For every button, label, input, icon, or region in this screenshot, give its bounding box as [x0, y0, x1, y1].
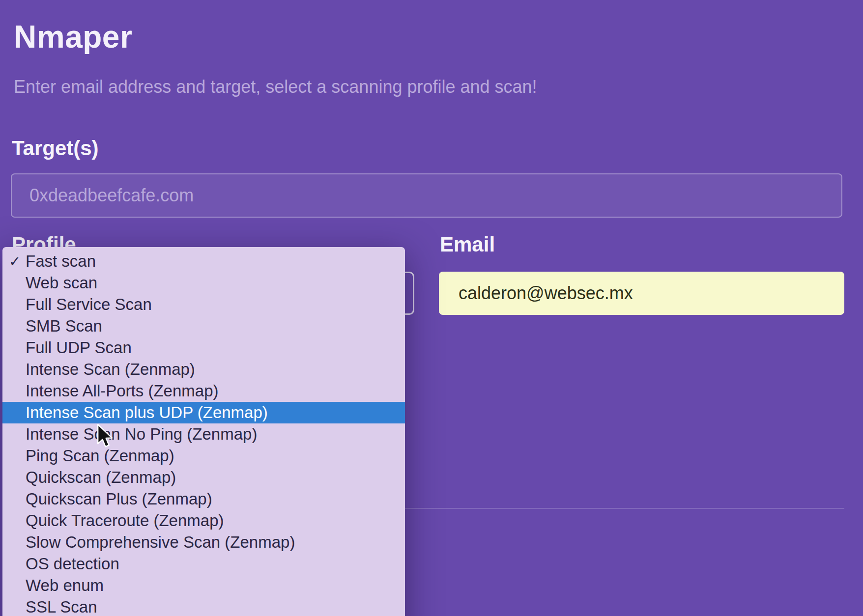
dropdown-option[interactable]: Web scan	[2, 272, 405, 294]
dropdown-option-label: Intense Scan No Ping (Zenmap)	[26, 425, 257, 443]
dropdown-option-label: Ping Scan (Zenmap)	[26, 447, 174, 465]
email-label: Email	[440, 233, 495, 256]
mouse-cursor-icon	[96, 423, 115, 449]
dropdown-option-label: Quickscan (Zenmap)	[26, 468, 176, 486]
dropdown-option[interactable]: Quickscan (Zenmap)	[2, 467, 405, 488]
page-title: Nmaper	[14, 19, 132, 55]
dropdown-option-label: Fast scan	[26, 252, 96, 270]
dropdown-option-label: OS detection	[26, 555, 119, 573]
profile-dropdown-menu: ✓ Fast scan Web scan Full Service Scan S…	[2, 247, 405, 616]
dropdown-option-label: Full Service Scan	[26, 295, 152, 313]
dropdown-option[interactable]: Intense All-Ports (Zenmap)	[2, 380, 405, 402]
dropdown-option-label: Intense Scan (Zenmap)	[26, 360, 195, 378]
dropdown-option[interactable]: Intense Scan plus UDP (Zenmap)	[2, 402, 405, 423]
dropdown-option[interactable]: Quick Traceroute (Zenmap)	[2, 510, 405, 532]
dropdown-option[interactable]: Intense Scan No Ping (Zenmap)	[2, 423, 405, 445]
dropdown-option[interactable]: Quickscan Plus (Zenmap)	[2, 488, 405, 510]
dropdown-option[interactable]: SMB Scan	[2, 315, 405, 337]
dropdown-option[interactable]: OS detection	[2, 553, 405, 575]
dropdown-option[interactable]: Full UDP Scan	[2, 337, 405, 359]
dropdown-option[interactable]: ✓ Fast scan	[2, 251, 405, 272]
target-input[interactable]	[11, 173, 842, 218]
dropdown-option-label: Intense All-Ports (Zenmap)	[26, 382, 219, 400]
dropdown-option-label: Intense Scan plus UDP (Zenmap)	[26, 403, 268, 421]
dropdown-option-label: SMB Scan	[26, 317, 102, 335]
target-label: Target(s)	[12, 137, 99, 160]
page-background: Nmaper Enter email address and target, s…	[0, 0, 863, 616]
page-subtitle: Enter email address and target, select a…	[14, 77, 537, 97]
dropdown-option-label: Full UDP Scan	[26, 338, 132, 357]
dropdown-option[interactable]: SSL Scan	[2, 596, 405, 616]
dropdown-option[interactable]: Full Service Scan	[2, 294, 405, 315]
dropdown-option[interactable]: Ping Scan (Zenmap)	[2, 445, 405, 467]
dropdown-option[interactable]: Slow Comprehensive Scan (Zenmap)	[2, 532, 405, 553]
dropdown-option-label: Web scan	[26, 274, 97, 292]
dropdown-option[interactable]: Intense Scan (Zenmap)	[2, 359, 405, 380]
dropdown-option-label: Quickscan Plus (Zenmap)	[26, 490, 212, 508]
dropdown-option-label: SSL Scan	[26, 598, 97, 616]
dropdown-option[interactable]: Web enum	[2, 575, 405, 596]
dropdown-option-label: Web enum	[26, 576, 104, 594]
dropdown-option-label: Slow Comprehensive Scan (Zenmap)	[26, 533, 295, 551]
dropdown-option-label: Quick Traceroute (Zenmap)	[26, 511, 224, 530]
email-input[interactable]	[439, 272, 844, 315]
checkmark-icon: ✓	[9, 251, 26, 272]
